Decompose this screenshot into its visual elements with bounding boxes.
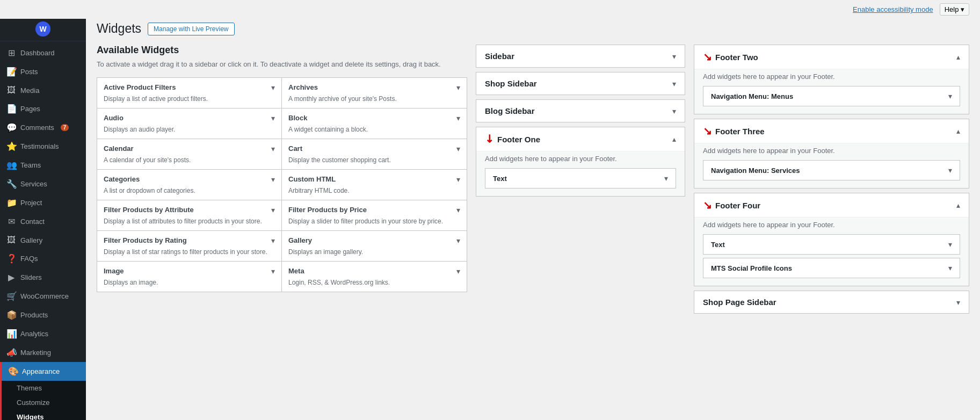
widget-categories[interactable]: Categories ▾ A list or dropdown of categ… bbox=[97, 170, 282, 200]
widget-toggle-btn[interactable]: ▾ bbox=[948, 264, 952, 272]
widget-image[interactable]: Image ▾ Displays an image. bbox=[97, 262, 282, 292]
widget-toggle-btn[interactable]: ▾ bbox=[271, 175, 275, 184]
sidebar-sub-customize[interactable]: Customize bbox=[2, 395, 86, 410]
widget-calendar[interactable]: Calendar ▾ A calendar of your site's pos… bbox=[97, 139, 282, 169]
appearance-icon: 🎨 bbox=[8, 366, 18, 376]
widget-gallery[interactable]: Gallery ▾ Displays an image gallery. bbox=[282, 231, 467, 261]
widgets-grid: Active Product Filters ▾ Display a list … bbox=[97, 77, 467, 292]
widget-toggle-btn[interactable]: ▾ bbox=[456, 267, 460, 276]
footer-three-section: ↘ Footer Three ▴ Add widgets here to app… bbox=[694, 119, 969, 189]
widget-archives[interactable]: Archives ▾ A monthly archive of your sit… bbox=[282, 78, 467, 108]
sidebar-item-products[interactable]: 📦 Products bbox=[0, 306, 86, 324]
footer-three-nav-widget[interactable]: Navigation Menu: Services ▾ bbox=[703, 160, 960, 180]
help-button[interactable]: Help ▾ bbox=[940, 3, 969, 16]
widget-filter-by-rating[interactable]: Filter Products by Rating ▾ Display a li… bbox=[97, 231, 282, 261]
footer-one-toggle[interactable]: ▴ bbox=[672, 135, 676, 143]
page-header: Widgets Manage with Live Preview bbox=[97, 21, 969, 36]
footer-two-header[interactable]: ↘ Footer Two ▴ bbox=[694, 45, 969, 69]
footer-three-toggle[interactable]: ▴ bbox=[956, 127, 960, 135]
widget-toggle-btn[interactable]: ▾ bbox=[271, 83, 275, 92]
admin-sidebar: W ⊞ Dashboard 📝 Posts 🖼 Media 📄 Pages 💬 … bbox=[0, 0, 86, 420]
footer-three-header[interactable]: ↘ Footer Three ▴ bbox=[694, 119, 969, 143]
footer-four-mts-widget[interactable]: MTS Social Profile Icons ▾ bbox=[703, 258, 960, 278]
widget-toggle-btn[interactable]: ▾ bbox=[948, 240, 952, 249]
sidebar-item-sliders[interactable]: ▶ Sliders bbox=[0, 268, 86, 287]
sidebar-area-footer-one[interactable]: ↗ Footer One ▴ Add widgets here to appea… bbox=[476, 127, 685, 197]
widget-toggle-btn[interactable]: ▾ bbox=[948, 92, 952, 100]
services-icon: 🔧 bbox=[6, 179, 16, 189]
widget-toggle-btn[interactable]: ▾ bbox=[271, 267, 275, 276]
widget-filter-by-price[interactable]: Filter Products by Price ▾ Display a sli… bbox=[282, 200, 467, 230]
sidebar-sub-widgets[interactable]: Widgets bbox=[2, 410, 86, 420]
widget-custom-html[interactable]: Custom HTML ▾ Arbitrary HTML code. bbox=[282, 170, 467, 200]
sidebar-item-services[interactable]: 🔧 Services bbox=[0, 175, 86, 193]
sidebar-item-project[interactable]: 📁 Project bbox=[0, 193, 86, 212]
manage-preview-button[interactable]: Manage with Live Preview bbox=[148, 23, 234, 35]
sidebar-item-gallery[interactable]: 🖼 Gallery bbox=[0, 231, 86, 249]
widget-toggle-btn[interactable]: ▾ bbox=[456, 175, 460, 184]
sidebar-item-faqs[interactable]: ❓ FAQs bbox=[0, 249, 86, 268]
widget-toggle-btn[interactable]: ▾ bbox=[456, 114, 460, 122]
footer-one-text-widget[interactable]: Text ▾ bbox=[485, 168, 676, 189]
sidebar-item-woocommerce[interactable]: 🛒 WooCommerce bbox=[0, 287, 86, 306]
widget-toggle-btn[interactable]: ▾ bbox=[456, 236, 460, 245]
sidebar-item-comments[interactable]: 💬 Comments 7 bbox=[0, 118, 86, 137]
widget-name: MTS Social Profile Icons bbox=[711, 264, 792, 272]
sliders-icon: ▶ bbox=[6, 272, 16, 283]
sidebar-item-contact[interactable]: ✉ Contact bbox=[0, 212, 86, 231]
page-title: Widgets bbox=[97, 21, 141, 36]
sidebar-area-sidebar[interactable]: Sidebar ▾ bbox=[476, 45, 685, 68]
widget-active-product-filters[interactable]: Active Product Filters ▾ Display a list … bbox=[97, 78, 282, 108]
widget-desc: Displays an image gallery. bbox=[282, 247, 467, 261]
sidebar-area-toggle[interactable]: ▾ bbox=[672, 79, 676, 88]
footer-two-toggle[interactable]: ▴ bbox=[956, 53, 960, 61]
widget-audio[interactable]: Audio ▾ Displays an audio player. bbox=[97, 108, 282, 139]
footer-four-desc: Add widgets here to appear in your Foote… bbox=[703, 221, 960, 229]
sidebar-item-testimonials[interactable]: ⭐ Testimonials bbox=[0, 137, 86, 156]
sidebar-sub-themes[interactable]: Themes bbox=[2, 381, 86, 395]
footer-two-title: Footer Two bbox=[715, 53, 758, 62]
sidebar-item-media[interactable]: 🖼 Media bbox=[0, 81, 86, 99]
sidebar-area-toggle[interactable]: ▾ bbox=[672, 107, 676, 115]
project-icon: 📁 bbox=[6, 198, 16, 208]
widget-toggle-btn[interactable]: ▾ bbox=[271, 206, 275, 214]
widget-desc: Displays an audio player. bbox=[97, 125, 281, 139]
footer-sections-panel: ↘ Footer Two ▴ Add widgets here to appea… bbox=[694, 45, 969, 314]
widget-name: Navigation Menu: Menus bbox=[711, 92, 793, 100]
sidebar-item-appearance[interactable]: 🎨 Appearance bbox=[0, 362, 86, 381]
sidebar-item-posts[interactable]: 📝 Posts bbox=[0, 62, 86, 81]
widget-toggle-btn[interactable]: ▾ bbox=[271, 236, 275, 245]
sidebar-item-teams[interactable]: 👥 Teams bbox=[0, 156, 86, 175]
widget-filter-by-attribute[interactable]: Filter Products by Attribute ▾ Display a… bbox=[97, 200, 282, 230]
sidebar-item-dashboard[interactable]: ⊞ Dashboard bbox=[0, 44, 86, 62]
widget-toggle-btn[interactable]: ▾ bbox=[664, 174, 668, 183]
footer-two-nav-widget[interactable]: Navigation Menu: Menus ▾ bbox=[703, 86, 960, 106]
widget-toggle-btn[interactable]: ▾ bbox=[456, 144, 460, 153]
widget-meta[interactable]: Meta ▾ Login, RSS, & WordPress.org links… bbox=[282, 262, 467, 292]
widget-name: Navigation Menu: Services bbox=[711, 166, 800, 175]
footer-four-toggle[interactable]: ▴ bbox=[956, 201, 960, 209]
widget-toggle-btn[interactable]: ▾ bbox=[271, 114, 275, 122]
sidebar-item-analytics[interactable]: 📊 Analytics bbox=[0, 324, 86, 343]
comments-icon: 💬 bbox=[6, 122, 16, 133]
widget-block[interactable]: Block ▾ A widget containing a block. bbox=[282, 108, 467, 139]
widget-desc: Display a list of attributes to filter p… bbox=[97, 216, 281, 230]
sidebar-item-marketing[interactable]: 📣 Marketing bbox=[0, 343, 86, 362]
widget-name: Custom HTML bbox=[288, 175, 336, 183]
widget-toggle-btn[interactable]: ▾ bbox=[271, 144, 275, 153]
shop-page-sidebar-section[interactable]: Shop Page Sidebar ▾ bbox=[694, 291, 969, 314]
sidebar-area-shop[interactable]: Shop Sidebar ▾ bbox=[476, 72, 685, 95]
footer-four-text-widget[interactable]: Text ▾ bbox=[703, 234, 960, 255]
widget-cart[interactable]: Cart ▾ Display the customer shopping car… bbox=[282, 139, 467, 169]
enable-accessibility-link[interactable]: Enable accessibility mode bbox=[853, 5, 933, 13]
sidebar-area-blog[interactable]: Blog Sidebar ▾ bbox=[476, 99, 685, 122]
shop-page-sidebar-toggle[interactable]: ▾ bbox=[956, 298, 960, 307]
widget-toggle-btn[interactable]: ▾ bbox=[948, 166, 952, 175]
widget-name: Audio bbox=[104, 114, 124, 122]
widget-toggle-btn[interactable]: ▾ bbox=[456, 206, 460, 214]
widget-desc: A monthly archive of your site's Posts. bbox=[282, 94, 467, 108]
sidebar-area-toggle[interactable]: ▾ bbox=[672, 52, 676, 61]
sidebar-item-pages[interactable]: 📄 Pages bbox=[0, 99, 86, 118]
footer-four-header[interactable]: ↘ Footer Four ▴ bbox=[694, 193, 969, 217]
widget-toggle-btn[interactable]: ▾ bbox=[456, 83, 460, 92]
